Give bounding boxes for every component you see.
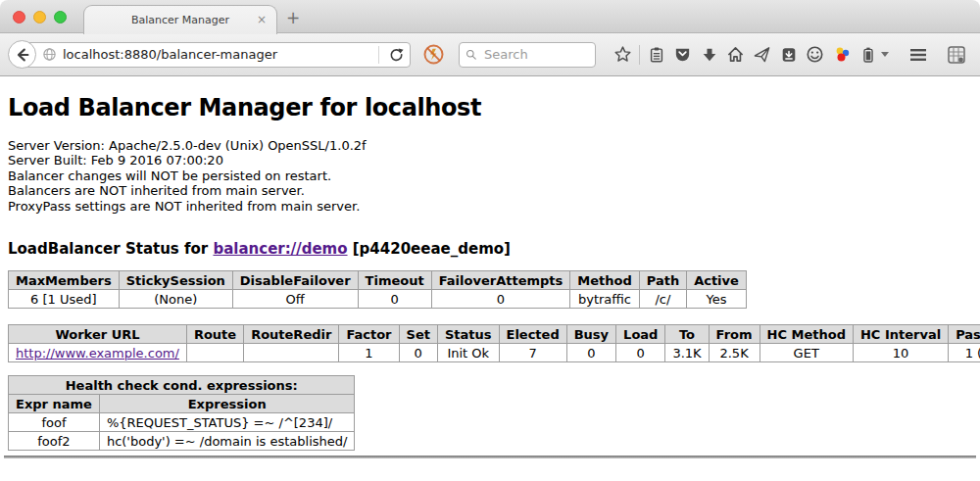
column-header: Expression	[99, 395, 355, 413]
table-cell: 1	[339, 344, 399, 362]
back-button[interactable]	[8, 40, 36, 69]
table-title-row: Health check cond. expressions:	[9, 376, 355, 395]
page-content: Load Balancer Manager for localhost Serv…	[0, 94, 980, 458]
expr-name-cell: foof	[9, 413, 100, 432]
navigation-toolbar: localhost:8880/balancer-manager	[0, 33, 980, 76]
health-check-table: Health check cond. expressions: Expr nam…	[8, 375, 355, 451]
tab-title: Balancer Manager	[131, 14, 229, 26]
emoji-button[interactable]	[802, 41, 828, 69]
column-header: HC Interval	[853, 325, 948, 344]
worker-status-table: Worker URL Route RouteRedir Factor Set S…	[8, 324, 980, 362]
column-header: Elected	[499, 325, 566, 344]
table-header-row: Worker URL Route RouteRedir Factor Set S…	[9, 325, 980, 344]
balancer-demo-link[interactable]: balancer://demo	[213, 240, 347, 258]
home-button[interactable]	[722, 41, 749, 69]
table-cell: 1 (0)	[949, 344, 980, 362]
proxypass-note-line: ProxyPass settings are NOT inherited fro…	[8, 199, 972, 214]
table-cell: 2.5K	[709, 344, 760, 362]
pocket-button[interactable]	[669, 41, 696, 69]
table-cell: 7	[499, 344, 566, 362]
zoom-window-button[interactable]	[54, 11, 67, 24]
globe-icon	[42, 47, 57, 62]
table-cell: 0	[399, 344, 437, 362]
column-header: DisableFailover	[232, 271, 358, 290]
menu-button[interactable]	[905, 41, 931, 69]
balancer-settings-table: MaxMembers StickySession DisableFailover…	[8, 270, 747, 309]
tab-balancer-manager[interactable]: Balancer Manager ×	[83, 5, 277, 34]
reading-list-button[interactable]	[643, 41, 669, 69]
new-tab-button[interactable]: +	[286, 8, 300, 27]
grid-icon	[947, 45, 966, 65]
download-box-button[interactable]	[775, 41, 802, 69]
column-header: Path	[639, 271, 686, 290]
column-header: Method	[570, 271, 639, 290]
table-cell: 0	[616, 344, 665, 362]
status-heading-prefix: LoadBalancer Status for	[8, 240, 213, 258]
bookmark-star-button[interactable]	[610, 41, 636, 69]
close-tab-icon[interactable]: ×	[257, 13, 267, 26]
column-header: Expr name	[9, 395, 100, 413]
minimize-window-button[interactable]	[33, 11, 46, 24]
table-cell: Init Ok	[437, 344, 499, 362]
server-version-line: Server Version: Apache/2.5.0-dev (Unix) …	[8, 138, 972, 153]
table-cell: 0	[566, 344, 615, 362]
download-arrow-icon	[701, 46, 718, 64]
smiley-icon	[806, 45, 824, 64]
hamburger-icon	[908, 46, 928, 64]
column-header: MaxMembers	[9, 271, 120, 290]
column-header: Status	[437, 325, 499, 344]
send-button[interactable]	[749, 41, 775, 69]
column-header: Factor	[339, 325, 399, 344]
column-header: To	[665, 325, 709, 344]
pocket-icon	[673, 45, 692, 64]
browser-window: Balancer Manager × + localhost:8880/bala…	[0, 0, 980, 481]
column-header: Route	[186, 325, 243, 344]
menu-group	[905, 41, 965, 69]
column-header: Worker URL	[9, 325, 187, 344]
server-info: Server Version: Apache/2.5.0-dev (Unix) …	[8, 138, 972, 214]
table-cell: (None)	[119, 290, 232, 309]
column-header: FailoverAttempts	[431, 271, 570, 290]
flash-block-icon	[422, 43, 445, 66]
address-bar[interactable]: localhost:8880/balancer-manager	[22, 42, 411, 68]
persist-note-line: Balancer changes will NOT be persisted o…	[8, 168, 972, 183]
table-cell: GET	[760, 344, 853, 362]
column-header: RouteRedir	[244, 325, 339, 344]
extension-dots-button[interactable]	[828, 41, 855, 69]
server-built-line: Server Built: Feb 9 2016 07:00:20	[8, 153, 972, 168]
column-header: Load	[616, 325, 665, 344]
battery-status-button[interactable]	[855, 41, 881, 69]
expression-cell: hc('body') =~ /domain is established/	[99, 432, 355, 451]
table-cell: 10	[853, 344, 948, 362]
column-header: Set	[399, 325, 437, 344]
traffic-lights	[13, 11, 67, 24]
reload-icon	[389, 47, 404, 62]
search-input[interactable]	[482, 46, 589, 63]
column-header: Busy	[566, 325, 615, 344]
worker-url-link[interactable]: http://www.example.com/	[16, 346, 179, 361]
search-bar[interactable]	[459, 42, 596, 68]
grid-extension-button[interactable]	[943, 41, 969, 69]
status-heading-suffix: [p4420eeae_demo]	[348, 240, 511, 258]
table-header-row: MaxMembers StickySession DisableFailover…	[9, 271, 747, 290]
horizontal-rule	[4, 456, 976, 458]
column-header: Active	[687, 271, 747, 290]
worker-url-cell: http://www.example.com/	[9, 344, 187, 362]
table-cell: 6 [1 Used]	[9, 290, 120, 309]
reload-button[interactable]	[383, 47, 410, 62]
address-bar-divider	[378, 46, 379, 64]
balancers-note-line: Balancers are NOT inherited from main se…	[8, 183, 972, 198]
column-header: From	[709, 325, 760, 344]
loadbalancer-status-heading: LoadBalancer Status for balancer://demo …	[8, 240, 972, 258]
caret-down-icon[interactable]	[881, 52, 889, 57]
table-cell: 0	[431, 290, 570, 309]
flash-block-button[interactable]	[422, 43, 445, 66]
table-cell	[186, 344, 243, 362]
table-cell: 0	[358, 290, 431, 309]
downloads-button[interactable]	[696, 41, 722, 69]
url-text[interactable]: localhost:8880/balancer-manager	[63, 47, 374, 62]
toolbar-icons	[610, 41, 893, 69]
page-title: Load Balancer Manager for localhost	[8, 94, 972, 121]
table-cell: 3.1K	[665, 344, 709, 362]
close-window-button[interactable]	[13, 11, 25, 24]
